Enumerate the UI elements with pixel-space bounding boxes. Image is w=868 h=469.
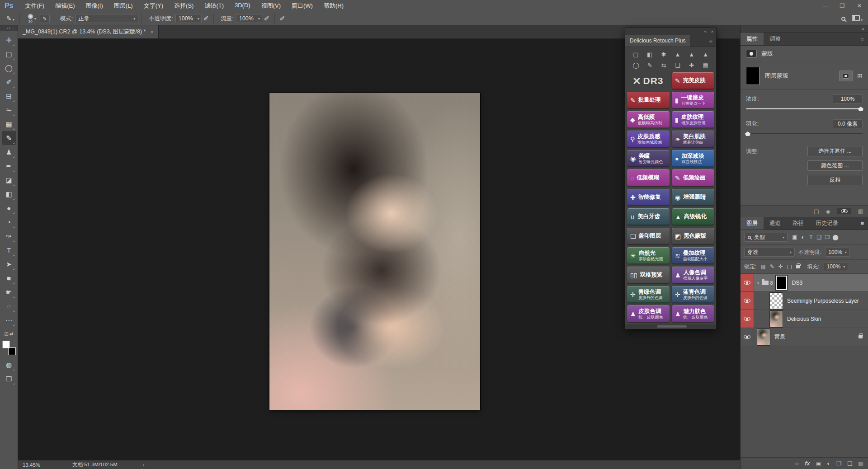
move-tool[interactable]: ✛ [2, 33, 16, 47]
lock-artboard-icon[interactable]: ▢ [787, 263, 792, 270]
dr-menu-icon[interactable]: ≡ [705, 35, 716, 47]
btn-skin-quality[interactable]: ⚲皮肤质感增加色域质感 [627, 131, 670, 147]
adjustment-layer-icon[interactable]: ◐ [827, 460, 830, 467]
filter-toggle-icon[interactable]: ⬤ [831, 234, 840, 240]
search-icon[interactable] [841, 17, 845, 21]
filter-shape-icon[interactable]: ❑ [815, 234, 823, 240]
tab-layers[interactable]: 图层 [741, 217, 764, 230]
btn-blue-cyan-tone[interactable]: ✛蓝青色调皮肤外的色调 [672, 286, 714, 303]
smoothing-icon[interactable]: ✐ [278, 15, 287, 22]
lock-transparency-icon[interactable]: ▨ [760, 263, 765, 270]
btn-stamp-layers[interactable]: ❏盖印图层 [627, 228, 670, 244]
density-slider[interactable] [746, 108, 863, 109]
btn-advanced-sharpen[interactable]: ▲高级锐化 [672, 208, 714, 225]
lasso-tool[interactable]: ◯ [2, 61, 16, 75]
edit-toolbar[interactable]: ⋯ [2, 313, 16, 327]
group-expand-chevron[interactable]: ∨ [757, 281, 760, 285]
visibility-eye-icon[interactable] [741, 274, 754, 291]
btn-smart-repair[interactable]: ✚智能修复 [627, 189, 670, 206]
apply-mask-icon[interactable]: ◈ [826, 208, 830, 215]
tab-history[interactable]: 历史记录 [810, 217, 844, 230]
delete-mask-icon[interactable]: ▥ [858, 208, 863, 215]
filter-type-icon[interactable]: T [807, 234, 815, 240]
layers-opacity-value[interactable]: 100%▾ [825, 248, 850, 257]
gradient-tool[interactable]: ◧ [2, 187, 16, 201]
airbrush-pressure-icon[interactable]: ✐ [202, 15, 211, 22]
btn-high-low-freq[interactable]: ◆高低频低模糊高仿制 [627, 111, 670, 128]
btn-charm-skin[interactable]: ♟魅力肤色统一皮肤颜色 [672, 305, 714, 322]
tab-channels[interactable]: 通道 [764, 217, 787, 230]
minimize-button[interactable]: — [816, 3, 834, 9]
dr-panel-title[interactable]: Delicious Retouch Plus [625, 35, 690, 47]
crop-tool[interactable]: ⊟ [2, 89, 16, 103]
add-mask-icon[interactable]: ▣ [816, 460, 821, 467]
pen-tool[interactable]: ✑ [2, 229, 16, 243]
btn-whiten-skin[interactable]: ❧美白肌肤就是让你白 [672, 131, 714, 147]
shape-tool[interactable]: ■ [2, 271, 16, 285]
airbrush-icon[interactable]: ✐ [262, 15, 271, 22]
dr-histogram-small-icon[interactable]: ▲ [671, 50, 685, 59]
filter-smart-object-icon[interactable]: ❒ [823, 234, 831, 240]
btn-dodge-burn[interactable]: ●加深减淡双曲线技法 [672, 150, 714, 167]
photo-portrait[interactable] [269, 93, 480, 410]
brush-panel-toggle[interactable]: ✎ [40, 14, 50, 23]
dr-copy-layer-icon[interactable]: ❏ [671, 61, 685, 70]
btn-portrait-tone[interactable]: ♟人像色调摆脱人像灰字 [672, 267, 714, 283]
dr-close-icon[interactable]: × [711, 29, 713, 34]
new-group-icon[interactable]: ❒ [836, 460, 841, 467]
dr-scrollbar-thumb[interactable] [657, 325, 687, 328]
quick-selection-tool[interactable]: ✐ [2, 75, 16, 89]
layer-row-group-ds3[interactable]: ∨ 8 DS3 [741, 274, 868, 292]
healing-patch-tool[interactable]: ▦ [2, 117, 16, 131]
layer-row-background[interactable]: 背景 [741, 328, 868, 346]
lock-position-icon[interactable]: ✛ [778, 263, 783, 270]
menu-window[interactable]: 窗口(W) [286, 2, 318, 10]
menu-layer[interactable]: 图层(L) [108, 2, 138, 10]
properties-menu-icon[interactable]: ≡ [856, 33, 868, 45]
screen-mode-button[interactable]: ❐ [2, 372, 16, 386]
lock-all-icon[interactable] [796, 265, 800, 268]
color-range-button[interactable]: 颜色范围 ... [807, 160, 863, 171]
status-options-chevron[interactable]: › [125, 462, 145, 468]
visibility-eye-icon[interactable] [741, 310, 754, 328]
document-tab[interactable]: _MG_0849(1).CR2 @ 13.4% (DS3, 图层蒙版/8) * … [18, 25, 159, 38]
type-tool[interactable]: T [2, 243, 16, 257]
disable-mask-icon[interactable] [837, 208, 851, 214]
blur-tool[interactable]: ● [2, 201, 16, 215]
dr-lasso-icon[interactable]: ◯ [629, 61, 643, 70]
layer-thumbnail[interactable] [757, 328, 770, 346]
menu-3d[interactable]: 3D(D) [229, 2, 256, 10]
btn-dual-preview[interactable]: ▯▯双格预览 [627, 267, 670, 283]
fill-value[interactable]: 100%▾ [824, 262, 849, 271]
swap-colors-icon[interactable]: ◳⇄ [2, 330, 16, 337]
dock-collapse-icon[interactable]: » [741, 25, 868, 33]
feather-value[interactable]: 0.0 像素 [833, 119, 863, 128]
brush-preset-picker[interactable]: 30 [28, 14, 33, 23]
menu-select[interactable]: 选择(S) [169, 2, 199, 10]
btn-batch-process[interactable]: ✎批量处理 [627, 92, 670, 108]
dr-marquee-icon[interactable]: ▢ [629, 50, 643, 59]
link-layers-icon[interactable]: ∞ [795, 460, 799, 467]
density-value[interactable]: 100% [833, 94, 863, 103]
history-brush-tool[interactable]: ✒ [2, 159, 16, 173]
dodge-tool[interactable]: ◔ [2, 215, 16, 229]
menu-edit[interactable]: 编辑(E) [50, 2, 80, 10]
dr-histogram-large-icon[interactable]: ▲ [698, 50, 712, 59]
tab-properties[interactable]: 属性 [741, 33, 764, 45]
add-vector-mask-icon[interactable]: ⊞ [857, 72, 863, 80]
dr-brush-icon[interactable]: ✎ [643, 61, 657, 70]
btn-low-freq-blur[interactable]: ◌低频模糊 [627, 169, 670, 186]
flow-select[interactable]: 100%▾ [236, 14, 262, 23]
btn-one-key-smooth[interactable]: ▮一键磨皮只需要点一下 [672, 92, 714, 108]
menu-file[interactable]: 文件(F) [20, 2, 50, 10]
select-and-mask-button[interactable]: 选择并遮住 ... [807, 146, 863, 156]
layer-mask-thumbnail[interactable] [746, 67, 760, 85]
tab-close-icon[interactable]: × [151, 29, 154, 35]
btn-enhance-eyes[interactable]: ◉增强眼睛 [672, 189, 714, 206]
workspace-switcher[interactable]: ▾ [852, 15, 863, 23]
current-tool-icon[interactable]: ✎▾ [0, 15, 16, 22]
brush-tool[interactable]: ✎ [2, 131, 16, 145]
hand-tool[interactable]: ☛ [2, 285, 16, 299]
btn-overlay-texture[interactable]: ≋叠加纹理自动匹配大小 [672, 247, 714, 264]
dr-gradient-icon[interactable]: ◧ [643, 50, 657, 59]
